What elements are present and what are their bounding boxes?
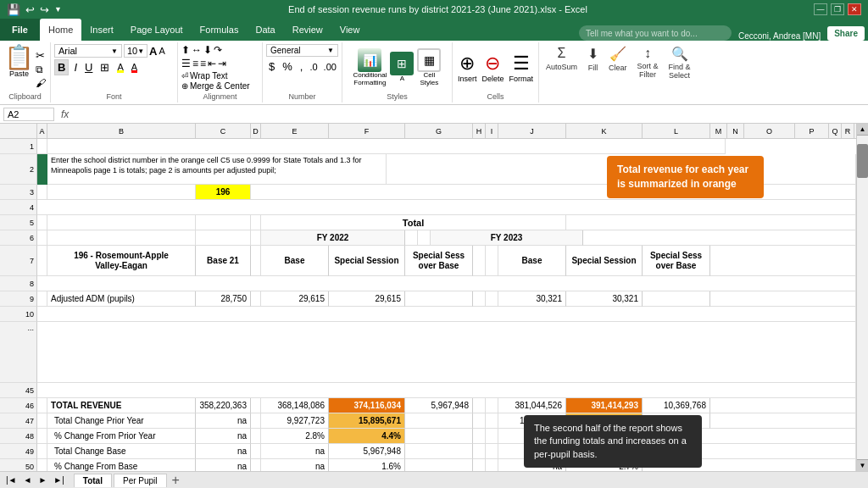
insert-button[interactable]: ⊕ Insert <box>458 53 477 83</box>
wrap-text-button[interactable]: ⏎Wrap Text <box>181 71 259 80</box>
cell-B9[interactable]: Adjusted ADM (pupils) <box>47 291 196 307</box>
cell-J9[interactable]: 30,321 <box>498 291 566 307</box>
comma-button[interactable]: , <box>298 59 306 74</box>
tab-home[interactable]: Home <box>40 19 81 41</box>
spreadsheet-area[interactable]: A B C D E F G H I J K L M N O P Q R S T <box>0 124 856 471</box>
cell-gap4[interactable] <box>486 246 498 276</box>
percent-button[interactable]: % <box>280 59 295 74</box>
col-header-M[interactable]: M <box>710 124 727 139</box>
copy-button[interactable]: ⧉ <box>36 64 46 75</box>
redo-icon[interactable]: ↪ <box>40 3 49 16</box>
increase-indent-button[interactable]: ⇥ <box>218 58 226 69</box>
col-header-F[interactable]: F <box>329 124 405 139</box>
cell-F49[interactable]: 5,967,948 <box>329 444 405 459</box>
sheet-nav-last[interactable]: ►| <box>51 474 67 485</box>
scroll-up-button[interactable]: ▲ <box>857 124 868 136</box>
cell-A2[interactable] <box>37 154 47 185</box>
tab-view[interactable]: View <box>331 19 369 41</box>
cell-C9[interactable]: 28,750 <box>196 291 251 307</box>
horizontal-scrollbar[interactable] <box>181 474 868 486</box>
cell-A7[interactable] <box>37 246 47 276</box>
cell-G49[interactable] <box>405 444 473 459</box>
cell-rest-empty[interactable] <box>37 322 856 383</box>
cell-rest-8[interactable] <box>37 276 856 291</box>
cell-I50[interactable] <box>486 459 498 471</box>
decrease-decimal-button[interactable]: .0 <box>308 61 319 73</box>
increase-decimal-button[interactable]: .00 <box>322 61 338 73</box>
cell-G48[interactable] <box>405 429 473 444</box>
col-header-C[interactable]: C <box>196 124 251 139</box>
cell-I49[interactable] <box>486 444 498 459</box>
grow-font-button[interactable]: A <box>149 45 157 58</box>
fill-color-button[interactable]: A <box>114 61 125 74</box>
col-header-G[interactable]: G <box>405 124 473 139</box>
cell-I47[interactable] <box>486 413 498 429</box>
align-right-button[interactable]: ≡ <box>200 58 206 69</box>
format-painter-button[interactable]: 🖌 <box>36 77 46 89</box>
cell-C3[interactable]: 196 <box>196 185 251 200</box>
cell-B5[interactable] <box>47 215 196 230</box>
cell-E49[interactable]: na <box>261 444 329 459</box>
cell-rest-2[interactable]: Total revenue for each year is summarize… <box>387 154 856 185</box>
col-header-D[interactable]: D <box>251 124 261 139</box>
sort-filter-button[interactable]: ↕ Sort &Filter <box>636 44 660 81</box>
cell-L9[interactable] <box>643 291 710 307</box>
search-input[interactable] <box>579 25 732 41</box>
cell-D50[interactable] <box>251 459 261 471</box>
align-center-button[interactable]: ≡ <box>192 58 198 69</box>
col-header-Q[interactable]: Q <box>829 124 842 139</box>
col-header-I[interactable]: I <box>486 124 498 139</box>
font-size-selector[interactable]: 10▼ <box>124 44 147 58</box>
cell-styles-button[interactable]: ▦ CellStyles <box>417 48 441 87</box>
format-button[interactable]: ☰ Format <box>509 53 533 83</box>
close-button[interactable]: ✕ <box>848 3 861 15</box>
cell-B47[interactable]: Total Change Prior Year <box>47 413 196 429</box>
cell-rest-47[interactable] <box>710 413 856 429</box>
col-header-O[interactable]: O <box>744 124 795 139</box>
border-button[interactable]: ⊞ <box>97 60 112 75</box>
col-header-E[interactable]: E <box>261 124 329 139</box>
align-left-button[interactable]: ☰ <box>181 58 191 69</box>
cell-A1[interactable] <box>37 139 47 154</box>
cell-B50[interactable]: % Change From Base <box>47 459 196 471</box>
scroll-down-button[interactable]: ▼ <box>857 459 868 471</box>
cell-A48[interactable] <box>37 429 47 444</box>
cell-D48[interactable] <box>251 429 261 444</box>
maximize-button[interactable]: ❐ <box>831 3 844 15</box>
rotate-text-button[interactable]: ↷ <box>214 44 222 56</box>
italic-button[interactable]: I <box>71 60 80 75</box>
decrease-indent-button[interactable]: ⇤ <box>208 58 216 69</box>
add-sheet-button[interactable]: + <box>172 473 180 488</box>
underline-button[interactable]: U <box>82 60 95 75</box>
cell-H50[interactable] <box>473 459 486 471</box>
cell-rest-6[interactable] <box>583 230 856 246</box>
cell-F48[interactable]: 4.4% <box>329 429 405 444</box>
col-header-N[interactable]: N <box>727 124 744 139</box>
cell-total-rev-spec-over-base23[interactable]: 10,369,768 <box>643 398 710 413</box>
font-name-selector[interactable]: Arial▼ <box>54 44 122 58</box>
dropdown-icon[interactable]: ▼ <box>54 5 62 14</box>
cell-total-rev-base23[interactable]: 381,044,526 <box>498 398 566 413</box>
save-icon[interactable]: 💾 <box>7 3 20 16</box>
cell-D47[interactable] <box>251 413 261 429</box>
share-button[interactable]: Share <box>827 26 865 41</box>
scroll-track[interactable] <box>857 136 868 459</box>
cell-F9[interactable]: 29,615 <box>329 291 405 307</box>
cell-I48[interactable] <box>486 429 498 444</box>
cell-A9[interactable] <box>37 291 47 307</box>
cell-B49[interactable]: Total Change Base <box>47 444 196 459</box>
cell-A46[interactable] <box>37 398 47 413</box>
currency-button[interactable]: $ <box>266 59 277 74</box>
cell-C48[interactable]: na <box>196 429 251 444</box>
cell-E47[interactable]: 9,927,723 <box>261 413 329 429</box>
autosum-button[interactable]: Σ AutoSum <box>544 44 579 73</box>
cell-L47[interactable]: The second half of the report shows the … <box>643 413 710 429</box>
cell-gap3[interactable] <box>473 246 486 276</box>
col-header-K[interactable]: K <box>566 124 643 139</box>
cell-B2[interactable]: Enter the school district number in the … <box>47 154 387 185</box>
conditional-formatting-button[interactable]: 📊 ConditionalFormatting <box>353 48 387 87</box>
cell-total-rev-special[interactable]: 374,116,034 <box>329 398 405 413</box>
col-header-B[interactable]: B <box>47 124 196 139</box>
tab-page-layout[interactable]: Page Layout <box>122 19 192 41</box>
cell-D6[interactable] <box>251 230 261 246</box>
